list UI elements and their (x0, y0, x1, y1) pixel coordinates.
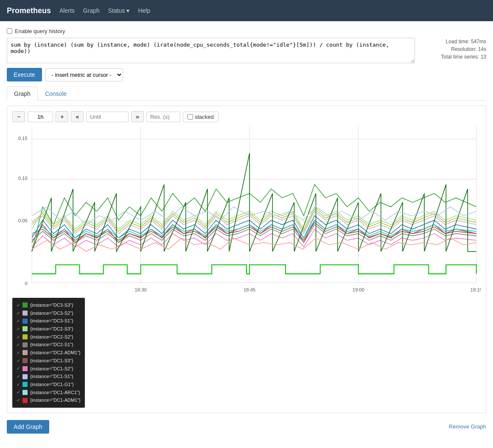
resolution-input[interactable] (146, 112, 180, 122)
stacked-label[interactable]: stacked (183, 112, 218, 122)
add-graph-button[interactable]: Add Graph (7, 420, 49, 434)
tabs: Graph Console (7, 87, 486, 101)
query-row: sum by (instance) (sum by (instance, mod… (7, 38, 486, 64)
help-link[interactable]: Help (138, 7, 150, 14)
legend-item[interactable]: ✓{instance="DC2-S1"} (17, 341, 81, 349)
graph-controls: − + « » stacked (12, 111, 481, 122)
alerts-link[interactable]: Alerts (59, 7, 75, 14)
bottom-row: Add Graph Remove Graph (7, 420, 486, 434)
zoom-in-button[interactable]: + (56, 111, 68, 122)
query-history-label[interactable]: Enable query history (15, 28, 65, 34)
stacked-checkbox[interactable] (188, 114, 193, 120)
query-history-checkbox[interactable] (7, 28, 12, 34)
legend-label: {instance="DC2-S3"} (30, 325, 73, 333)
time-range-input[interactable] (28, 112, 53, 122)
tab-graph[interactable]: Graph (7, 87, 38, 101)
load-info: Load time: 547ms Resolution: 14s Total t… (418, 38, 486, 61)
resolution-text: Resolution: 14s (418, 45, 486, 53)
svg-text:0: 0 (25, 281, 28, 286)
tab-console-label: Console (45, 90, 67, 97)
svg-text:0.15: 0.15 (18, 135, 28, 140)
legend-item[interactable]: ✓{instance="DC3-S1"} (17, 317, 81, 325)
status-dropdown-label: Status (108, 7, 125, 14)
legend-color-swatch (22, 390, 28, 395)
until-input[interactable] (86, 112, 129, 122)
legend-item[interactable]: ✓{instance="DC1-S2"} (17, 365, 81, 373)
legend-item[interactable]: ✓{instance="DC1-ARC1"} (17, 389, 81, 397)
status-dropdown[interactable]: Status ▾ (108, 7, 130, 14)
legend-item[interactable]: ✓{instance="DC1-ADM1"} (17, 396, 81, 404)
legend-label: {instance="DC1-S1"} (30, 372, 73, 381)
legend-label: {instance="DC1-S3"} (30, 357, 73, 365)
svg-text:19:15: 19:15 (471, 287, 481, 292)
tab-graph-label: Graph (14, 90, 31, 97)
metric-select[interactable]: - insert metric at cursor - (45, 68, 123, 81)
legend-color-swatch (22, 382, 28, 387)
execute-row: Execute - insert metric at cursor - (7, 68, 486, 81)
legend-color-swatch (22, 319, 28, 324)
legend-color-swatch (22, 366, 28, 371)
legend-color-swatch (22, 374, 28, 379)
legend-color-swatch (22, 326, 28, 331)
legend-label: {instance="DC1-ARC1"} (30, 389, 80, 397)
legend-item[interactable]: ✓{instance="DC1-G1"} (17, 381, 81, 389)
legend-label: {instance="DC2-S2"} (30, 333, 73, 341)
legend-item[interactable]: ✓{instance="DC2-S3"} (17, 325, 81, 333)
svg-text:18:45: 18:45 (244, 287, 255, 292)
legend-label: {instance="DC3-S2"} (30, 309, 73, 317)
legend-color-swatch (22, 302, 28, 308)
forward-button[interactable]: » (131, 111, 144, 122)
remove-graph-button[interactable]: Remove Graph (449, 423, 486, 430)
tab-console[interactable]: Console (38, 87, 74, 101)
brand-logo[interactable]: Prometheus (7, 6, 51, 15)
legend-color-swatch (22, 398, 28, 403)
legend-label: {instance="DC1-ADM1"} (30, 396, 81, 404)
legend-color-swatch (22, 334, 28, 339)
graph-panel: − + « » stacked 0.15 0.10 0.05 0 (7, 106, 486, 413)
legend-item[interactable]: ✓{instance="DC2-ADM1"} (17, 349, 81, 357)
navbar: Prometheus Alerts Graph Status ▾ Help (0, 0, 493, 21)
svg-text:0.05: 0.05 (18, 218, 28, 223)
back-button[interactable]: « (71, 111, 84, 122)
legend-label: {instance="DC3-S1"} (30, 317, 73, 325)
legend-item[interactable]: ✓{instance="DC2-S2"} (17, 333, 81, 341)
legend-label: {instance="DC1-S2"} (30, 365, 73, 373)
legend-label: {instance="DC2-ADM1"} (30, 349, 81, 357)
legend-label: {instance="DC1-G1"} (30, 381, 74, 389)
svg-text:0.10: 0.10 (18, 176, 28, 181)
query-textarea[interactable]: sum by (instance) (sum by (instance, mod… (7, 38, 415, 63)
load-time-text: Load time: 547ms (418, 38, 486, 45)
execute-button[interactable]: Execute (7, 68, 42, 81)
legend-color-swatch (22, 350, 28, 355)
legend-label: {instance="DC2-S1"} (30, 341, 73, 349)
legend-item[interactable]: ✓{instance="DC3-S2"} (17, 309, 81, 317)
legend-box: ✓{instance="DC3-S3"}✓{instance="DC3-S2"}… (12, 298, 85, 408)
legend-label: {instance="DC3-S3"} (30, 301, 73, 309)
stacked-text: stacked (195, 114, 214, 120)
legend-item[interactable]: ✓{instance="DC3-S3"} (17, 301, 81, 309)
legend-item[interactable]: ✓{instance="DC1-S1"} (17, 372, 81, 381)
chart-svg: 0.15 0.10 0.05 0 18:30 18:45 19:00 19:15 (12, 126, 481, 296)
query-history-row: Enable query history (7, 28, 486, 34)
zoom-out-button[interactable]: − (12, 111, 25, 122)
legend-color-swatch (22, 311, 28, 316)
svg-text:19:00: 19:00 (353, 287, 364, 292)
chart-wrapper: 0.15 0.10 0.05 0 18:30 18:45 19:00 19:15 (12, 126, 481, 296)
legend-item[interactable]: ✓{instance="DC1-S3"} (17, 357, 81, 365)
main-content: Enable query history sum by (instance) (… (0, 21, 493, 440)
graph-nav-link[interactable]: Graph (83, 7, 100, 14)
query-textarea-wrapper: sum by (instance) (sum by (instance, mod… (7, 38, 415, 64)
svg-text:18:30: 18:30 (135, 287, 147, 292)
total-series-text: Total time series: 13 (418, 53, 486, 61)
legend-color-swatch (22, 342, 28, 347)
legend-color-swatch (22, 358, 28, 363)
chevron-down-icon: ▾ (126, 7, 129, 14)
